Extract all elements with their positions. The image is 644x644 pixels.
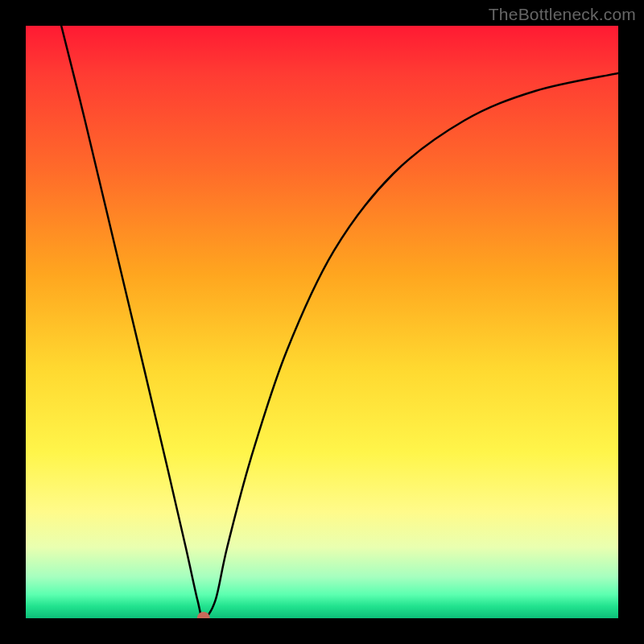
watermark-label: TheBottleneck.com xyxy=(489,5,636,24)
plot-area xyxy=(26,26,618,618)
optimum-marker xyxy=(197,612,210,618)
curve-layer xyxy=(26,26,618,618)
chart-frame: TheBottleneck.com xyxy=(0,0,644,644)
bottleneck-curve xyxy=(61,26,618,618)
